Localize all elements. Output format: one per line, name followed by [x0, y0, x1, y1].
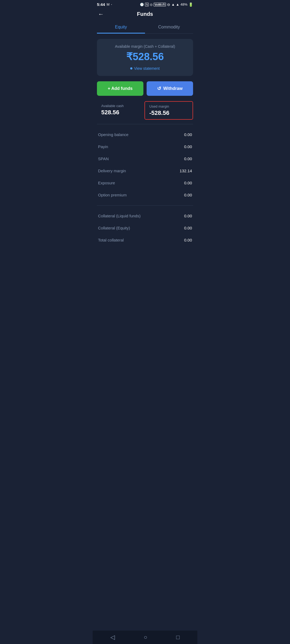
bottom-spacer [93, 246, 197, 262]
back-button[interactable]: ← [97, 10, 105, 19]
option-premium-value: 0.00 [184, 193, 192, 197]
available-cash-box: Available cash 528.56 [97, 101, 144, 120]
collateral-list: Collateral (Liquid funds) 0.00 Collatera… [93, 210, 197, 246]
tab-commodity[interactable]: Commodity [145, 21, 193, 34]
withdraw-icon: ↺ [157, 86, 161, 92]
available-cash-label: Available cash [101, 104, 140, 108]
span-value: 0.00 [184, 156, 192, 161]
detail-row-span: SPAN 0.00 [93, 153, 197, 165]
detail-row-exposure: Exposure 0.00 [93, 177, 197, 189]
payin-value: 0.00 [184, 144, 192, 149]
alarm-icon: 🕐 [140, 3, 144, 6]
detail-row-opening-balance: Opening balance 0.00 [93, 129, 197, 141]
nfc-icon: N [145, 3, 149, 6]
wifi-icon: VoWi-Fi [154, 3, 166, 6]
signal-icon: ▲ [176, 2, 179, 6]
detail-row-option-premium: Option premium 0.00 [93, 189, 197, 201]
add-funds-label: + Add funds [108, 86, 132, 91]
dot-indicator: • [111, 3, 112, 6]
margin-card-label: Available margin (Cash + Collateral) [102, 44, 188, 49]
collateral-equity-value: 0.00 [184, 226, 192, 230]
total-collateral-label: Total collateral [98, 238, 124, 242]
view-statement-label: View statement [134, 66, 160, 71]
detail-row-payin: Payin 0.00 [93, 141, 197, 153]
option-premium-label: Option premium [98, 193, 127, 197]
span-label: SPAN [98, 156, 109, 161]
detail-row-delivery-margin: Delivery margin 132.14 [93, 165, 197, 177]
wifi-signal-icon: ▲ [171, 2, 175, 6]
payin-label: Payin [98, 144, 108, 149]
available-cash-value: 528.56 [101, 109, 140, 116]
collateral-liquid-value: 0.00 [184, 214, 192, 218]
total-collateral-row: Total collateral 0.00 [93, 234, 197, 246]
divider-2 [97, 205, 193, 206]
margin-card: Available margin (Cash + Collateral) ₹52… [97, 39, 193, 76]
collateral-liquid-row: Collateral (Liquid funds) 0.00 [93, 210, 197, 222]
withdraw-button[interactable]: ↺ Withdraw [147, 81, 193, 96]
minus-icon: ⊖ [167, 2, 170, 7]
collateral-equity-row: Collateral (Equity) 0.00 [93, 222, 197, 234]
exposure-value: 0.00 [184, 181, 192, 185]
used-margin-value: -528.56 [149, 109, 188, 116]
add-funds-button[interactable]: + Add funds [97, 81, 143, 96]
opening-balance-label: Opening balance [98, 132, 128, 137]
view-statement-icon [130, 67, 132, 69]
margin-card-amount: ₹528.56 [102, 51, 188, 63]
used-margin-box: Used margin -528.56 [144, 101, 193, 120]
tab-equity[interactable]: Equity [97, 21, 145, 34]
delivery-margin-value: 132.14 [180, 169, 192, 173]
status-bar: 5:44 M • 🕐 N ◎ VoWi-Fi ⊖ ▲ ▲ 48% 🔋 [93, 0, 197, 8]
delivery-margin-label: Delivery margin [98, 169, 126, 173]
battery-percent: 48% [180, 2, 187, 6]
action-buttons: + Add funds ↺ Withdraw [97, 81, 193, 96]
details-list: Opening balance 0.00 Payin 0.00 SPAN 0.0… [93, 129, 197, 201]
collateral-equity-label: Collateral (Equity) [98, 226, 130, 230]
status-left: 5:44 M • [97, 2, 112, 7]
status-time: 5:44 [97, 2, 105, 7]
total-collateral-value: 0.00 [184, 238, 192, 242]
opening-balance-value: 0.00 [184, 132, 192, 137]
gmail-icon: M [107, 2, 110, 6]
page-title: Funds [137, 11, 153, 17]
tabs-container: Equity Commodity [97, 21, 193, 34]
divider-1 [97, 124, 193, 124]
status-right: 🕐 N ◎ VoWi-Fi ⊖ ▲ ▲ 48% 🔋 [140, 2, 193, 7]
header: ← Funds [93, 8, 197, 21]
cash-margin-row: Available cash 528.56 Used margin -528.5… [97, 101, 193, 120]
collateral-liquid-label: Collateral (Liquid funds) [98, 214, 140, 218]
exposure-label: Exposure [98, 181, 115, 185]
view-statement-link[interactable]: View statement [130, 66, 160, 71]
used-margin-label: Used margin [149, 104, 188, 108]
back-arrow-icon: ← [98, 11, 104, 17]
withdraw-label: Withdraw [163, 86, 183, 91]
battery-icon: 🔋 [189, 2, 193, 7]
location-icon: ◎ [150, 3, 153, 6]
